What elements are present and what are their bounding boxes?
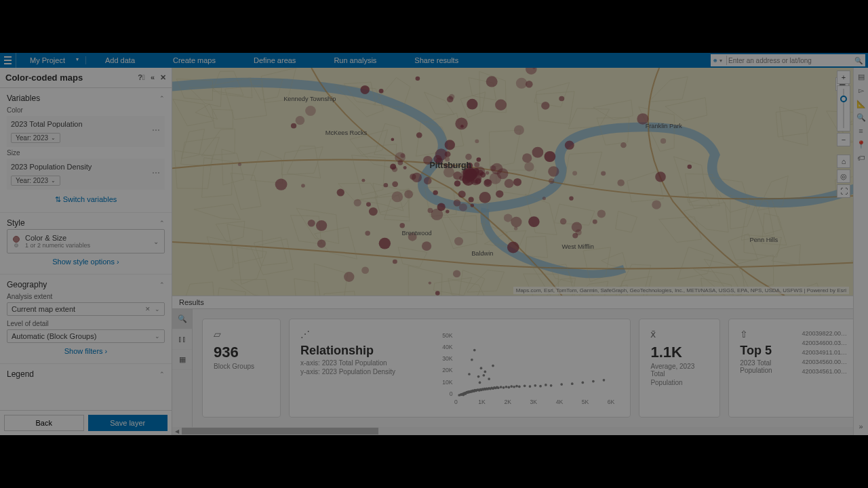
- style-selector[interactable]: Color & Size 1 or 2 numeric variables ⌄: [7, 229, 165, 253]
- show-filters-link[interactable]: Show filters: [7, 343, 165, 359]
- back-button[interactable]: Back: [4, 415, 84, 431]
- svg-point-216: [502, 386, 505, 389]
- svg-point-231: [581, 381, 584, 384]
- map-canvas[interactable]: Pittsburgh Kennedy Township McKees Rocks…: [172, 68, 868, 296]
- svg-point-158: [471, 203, 475, 207]
- chevron-down-icon[interactable]: ⌄: [155, 333, 160, 340]
- results-tab-chart[interactable]: ⫿⫿: [172, 329, 192, 350]
- svg-point-239: [492, 364, 494, 367]
- pin-icon[interactable]: ⎈: [711, 57, 719, 64]
- svg-point-33: [476, 157, 481, 161]
- results-scrollbar[interactable]: ◀ ▶: [172, 427, 868, 435]
- list-icon[interactable]: ≡: [856, 126, 866, 136]
- tab-create-maps[interactable]: Create maps: [154, 56, 235, 64]
- detail-select[interactable]: Automatic (Block Groups) ⌄: [7, 329, 165, 343]
- results-tab-table[interactable]: ▦: [172, 350, 192, 370]
- svg-point-214: [497, 386, 500, 389]
- color-variable-menu-icon[interactable]: ⋯: [152, 125, 161, 135]
- tag-icon[interactable]: 🏷: [856, 153, 866, 163]
- svg-point-40: [403, 166, 407, 169]
- search-icon[interactable]: 🔍: [852, 57, 865, 64]
- svg-point-221: [515, 384, 518, 387]
- search-bar[interactable]: ⎈ ▾ Enter an address or lat/long 🔍: [711, 54, 865, 66]
- fullscreen-icon[interactable]: ⛶: [837, 184, 850, 198]
- zoom-slider[interactable]: [837, 85, 850, 131]
- svg-point-12: [361, 179, 365, 182]
- side-panel: Color-coded maps ?⃝ « ✕ Variables Color …: [0, 68, 172, 435]
- tab-add-data[interactable]: Add data: [86, 56, 154, 64]
- section-variables[interactable]: Variables: [7, 92, 165, 104]
- svg-point-223: [524, 384, 526, 387]
- svg-point-155: [344, 272, 354, 282]
- svg-text:40K: 40K: [442, 344, 453, 350]
- clear-icon[interactable]: ✕: [145, 306, 151, 312]
- svg-point-88: [410, 174, 416, 180]
- section-style[interactable]: Style: [7, 217, 165, 229]
- pointer-icon[interactable]: ▻: [856, 85, 866, 95]
- size-variable-box: 2023 Population Density Year: 2023 ⋯: [7, 159, 165, 190]
- svg-point-86: [516, 78, 528, 89]
- pin-icon[interactable]: 📍: [856, 140, 866, 149]
- svg-point-67: [361, 267, 369, 274]
- help-icon[interactable]: ?⃝: [138, 73, 145, 82]
- results-tab-summary[interactable]: 🔍: [172, 309, 192, 329]
- svg-text:McKees Rocks: McKees Rocks: [326, 129, 368, 136]
- polygon-icon: ▱: [214, 329, 269, 340]
- size-year-dropdown[interactable]: Year: 2023: [11, 176, 60, 186]
- svg-point-89: [317, 240, 326, 248]
- svg-text:1K: 1K: [478, 399, 486, 405]
- svg-point-65: [491, 163, 502, 175]
- up-arrow-icon: ⇧: [740, 329, 802, 340]
- svg-point-76: [431, 209, 443, 220]
- section-legend[interactable]: Legend: [7, 368, 165, 380]
- section-geography[interactable]: Geography: [7, 279, 165, 291]
- svg-point-112: [459, 203, 467, 211]
- tab-define-areas[interactable]: Define areas: [235, 56, 315, 64]
- search-scope-chevron[interactable]: ▾: [719, 58, 725, 64]
- svg-point-215: [500, 386, 502, 388]
- search-icon[interactable]: 🔍: [856, 113, 866, 122]
- svg-text:30K: 30K: [442, 355, 453, 362]
- svg-point-241: [468, 373, 471, 375]
- svg-point-60: [549, 178, 555, 184]
- svg-point-236: [473, 348, 476, 351]
- svg-point-90: [391, 138, 394, 141]
- svg-point-99: [445, 140, 455, 150]
- svg-point-116: [404, 190, 413, 198]
- size-variable-menu-icon[interactable]: ⋯: [152, 168, 161, 178]
- map-attribution: Maps.com, Esri, TomTom, Garmin, SafeGrap…: [513, 287, 849, 294]
- collapse-icon[interactable]: «: [151, 73, 155, 82]
- svg-point-149: [565, 141, 574, 150]
- menu-icon[interactable]: [0, 53, 16, 68]
- close-icon[interactable]: ✕: [160, 73, 166, 82]
- style-options-link[interactable]: Show style options: [7, 253, 165, 270]
- zoom-in-icon[interactable]: +: [837, 70, 850, 84]
- results-panel: Results ⌄ 🔍 ⫿⫿ ▦ ▱ 936 Block Groups: [172, 296, 868, 435]
- svg-point-219: [510, 385, 513, 388]
- collapse-right-icon[interactable]: »: [856, 422, 866, 431]
- chevron-down-icon[interactable]: ⌄: [155, 306, 160, 312]
- svg-point-66: [308, 220, 315, 227]
- color-year-dropdown[interactable]: Year: 2023: [11, 133, 60, 143]
- svg-point-46: [548, 166, 559, 177]
- svg-point-35: [454, 180, 460, 186]
- tab-share-results[interactable]: Share results: [395, 56, 477, 64]
- svg-point-87: [475, 139, 479, 143]
- svg-point-123: [455, 118, 467, 130]
- measure-icon[interactable]: 📐: [856, 99, 866, 108]
- svg-text:Franklin Park: Franklin Park: [646, 123, 683, 129]
- tab-run-analysis[interactable]: Run analysis: [315, 56, 395, 64]
- switch-variables-link[interactable]: ⇅ Switch variables: [7, 191, 165, 208]
- right-rail: ▤ ▻ 📐 🔍 ≡ 📍 🏷 »: [853, 68, 868, 435]
- svg-point-61: [399, 223, 405, 228]
- svg-point-120: [400, 153, 405, 158]
- svg-point-153: [435, 291, 440, 295]
- save-layer-button[interactable]: Save layer: [88, 415, 168, 431]
- locate-icon[interactable]: ◎: [837, 169, 850, 183]
- home-extent-icon[interactable]: ⌂: [837, 155, 850, 168]
- svg-point-59: [454, 237, 463, 245]
- extent-select[interactable]: Current map extent ✕⌄: [7, 302, 165, 316]
- zoom-out-icon[interactable]: −: [837, 133, 850, 146]
- layers-icon[interactable]: ▤: [856, 72, 866, 81]
- project-switcher[interactable]: My Project: [16, 56, 86, 64]
